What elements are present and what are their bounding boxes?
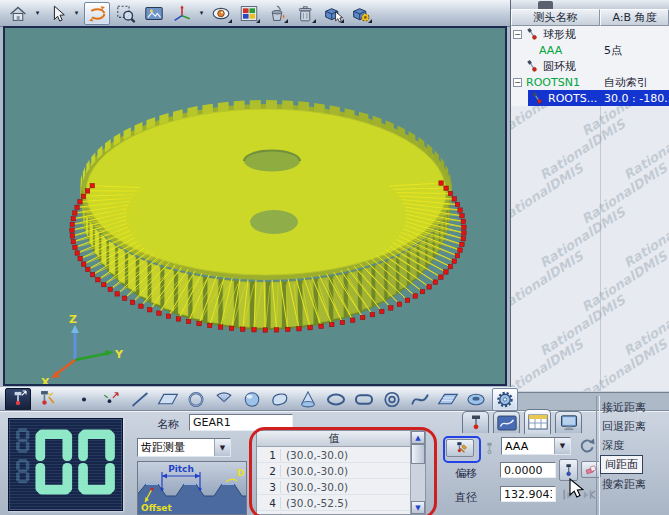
offset-label: Offset bbox=[141, 503, 172, 513]
tree-row-3[interactable]: 圆环规 bbox=[511, 58, 669, 74]
render-mode-button[interactable] bbox=[142, 3, 166, 24]
diameter-input[interactable] bbox=[500, 486, 556, 502]
select-cursor-dropdown-arrow-icon[interactable]: ▾ bbox=[73, 9, 80, 17]
tab-monitor[interactable] bbox=[555, 411, 582, 433]
tree-row-4[interactable]: −ROOTSN1自动索引 bbox=[511, 74, 669, 90]
coordinate-axes-dropdown-arrow-icon[interactable]: ▾ bbox=[198, 9, 205, 17]
value-table-row[interactable]: 2(30.0,-30.0) bbox=[257, 463, 411, 479]
home-button[interactable] bbox=[6, 3, 30, 24]
concentric-circles-button[interactable] bbox=[380, 389, 404, 410]
render-mode-icon bbox=[143, 4, 165, 23]
tab-graph[interactable] bbox=[493, 411, 520, 433]
point-button[interactable] bbox=[72, 389, 96, 410]
scroll-up-button[interactable]: ▲ bbox=[411, 431, 425, 444]
refresh-probe-button[interactable] bbox=[578, 437, 597, 456]
tree-expander-icon[interactable]: − bbox=[513, 78, 522, 87]
row-value: (30.0,-30.0) bbox=[281, 465, 348, 477]
measure-mode-value: 齿距测量 bbox=[138, 440, 214, 455]
probe-calibrate-button[interactable] bbox=[446, 439, 474, 457]
arc-fan-button[interactable] bbox=[212, 389, 236, 410]
construct-point-button[interactable] bbox=[100, 389, 124, 410]
paint-fill-button[interactable] bbox=[265, 3, 289, 24]
3d-viewport[interactable]: ZYX bbox=[3, 26, 507, 386]
probe-mode-button[interactable] bbox=[5, 388, 31, 411]
tab-probe[interactable] bbox=[462, 411, 489, 433]
select-cursor-button[interactable] bbox=[45, 3, 69, 24]
svg-text:Z: Z bbox=[69, 313, 77, 326]
sphere-button[interactable] bbox=[240, 389, 264, 410]
name-input[interactable] bbox=[189, 414, 293, 431]
scroll-down-button[interactable]: ▼ bbox=[411, 501, 425, 514]
element-settings-icon bbox=[350, 4, 372, 23]
dropdown-arrow-icon[interactable]: ▼ bbox=[554, 438, 570, 454]
parallelogram-icon bbox=[437, 390, 459, 409]
offset-label: 偏移 bbox=[455, 466, 477, 481]
home-dropdown-arrow-icon[interactable]: ▾ bbox=[34, 9, 41, 17]
value-table: 值 1(30.0,-30.0)2(30.0,-30.0)3(30.0,-30.0… bbox=[256, 430, 426, 515]
tab-monitor-icon bbox=[559, 415, 579, 431]
measure-mode-dropdown[interactable]: 齿距测量 ▼ bbox=[137, 438, 231, 457]
zoom-region-button[interactable] bbox=[114, 3, 138, 24]
line-button[interactable] bbox=[128, 389, 152, 410]
circle-button[interactable] bbox=[184, 389, 208, 410]
value-table-scrollbar[interactable]: ▲ ▼ bbox=[410, 431, 425, 514]
scroll-thumb[interactable] bbox=[411, 444, 425, 464]
probe-icon bbox=[530, 91, 545, 106]
gear-icon bbox=[494, 390, 516, 409]
color-palette-icon bbox=[238, 4, 260, 23]
probe-mode-icon bbox=[7, 390, 29, 409]
freeform-surface-button[interactable] bbox=[268, 389, 292, 410]
value-table-header[interactable]: 值 bbox=[257, 431, 411, 447]
curve-button[interactable] bbox=[408, 389, 432, 410]
tree-header-probe-name[interactable]: 测头名称 bbox=[511, 9, 600, 26]
cone-icon bbox=[297, 390, 319, 409]
ellipse-button[interactable] bbox=[324, 389, 348, 410]
pick-element-button[interactable] bbox=[321, 3, 345, 24]
d-label: D bbox=[237, 468, 244, 478]
counter-display bbox=[8, 418, 123, 511]
delete-trash-button[interactable] bbox=[293, 3, 317, 24]
row-index: 3 bbox=[257, 481, 281, 493]
probe-offset-button[interactable] bbox=[559, 459, 578, 481]
main-toolbar: ▾▾▾ bbox=[0, 0, 516, 27]
spacing-face-button[interactable]: 间距面 bbox=[600, 455, 643, 474]
torus-button[interactable] bbox=[464, 389, 488, 410]
tree-row-1[interactable]: −球形规 bbox=[511, 26, 669, 42]
tree-row-5[interactable]: ROOTS...30.0 : -180... bbox=[511, 90, 669, 106]
rotate-view-button[interactable] bbox=[84, 2, 110, 25]
probe-select-dropdown[interactable]: AAA ▼ bbox=[501, 437, 571, 455]
element-settings-button[interactable] bbox=[349, 3, 373, 24]
offset-input[interactable] bbox=[500, 462, 556, 478]
tree-header-ab-angle[interactable]: A:B 角度 bbox=[600, 9, 669, 26]
probe-config-button[interactable] bbox=[35, 389, 59, 410]
pitch-diagram: Pitch D Offset bbox=[137, 461, 247, 515]
panel-grip-icon bbox=[538, 1, 553, 9]
delete-trash-icon bbox=[294, 4, 316, 23]
dropdown-arrow-icon[interactable]: ▼ bbox=[214, 439, 230, 456]
tab-table[interactable] bbox=[524, 409, 551, 434]
coordinate-axes-button[interactable] bbox=[170, 3, 194, 24]
watermark-area: RationalDMISRationalDMISRationalDMISRati… bbox=[511, 106, 669, 391]
value-table-row[interactable]: 5(30.0,-52.5) bbox=[257, 511, 411, 515]
tree-item-label: AAA bbox=[537, 44, 562, 57]
view-orbit-button[interactable] bbox=[209, 3, 233, 24]
probe-tree-rows: −球形规AAA5点圆环规−ROOTSN1自动索引ROOTS...30.0 : -… bbox=[511, 26, 669, 106]
pick-element-icon bbox=[322, 4, 344, 23]
value-table-row[interactable]: 4(30.0,-52.5) bbox=[257, 495, 411, 511]
parallelogram-button[interactable] bbox=[436, 389, 460, 410]
tree-expander-icon[interactable]: − bbox=[513, 30, 522, 39]
row-value: (30.0,-52.5) bbox=[281, 497, 348, 509]
tree-row-2[interactable]: AAA5点 bbox=[511, 42, 669, 58]
cone-button[interactable] bbox=[296, 389, 320, 410]
color-palette-button[interactable] bbox=[237, 3, 261, 24]
gear-button[interactable] bbox=[492, 388, 518, 411]
plane-button[interactable] bbox=[156, 389, 180, 410]
value-table-row[interactable]: 3(30.0,-30.0) bbox=[257, 479, 411, 495]
concentric-circles-icon bbox=[381, 390, 403, 409]
depth-label: 深度 bbox=[602, 438, 624, 453]
run-probe-icon[interactable] bbox=[559, 486, 577, 504]
slot-button[interactable] bbox=[352, 389, 376, 410]
view-orbit-icon bbox=[210, 4, 232, 23]
paint-fill-icon bbox=[266, 4, 288, 23]
value-table-row[interactable]: 1(30.0,-30.0) bbox=[257, 447, 411, 463]
